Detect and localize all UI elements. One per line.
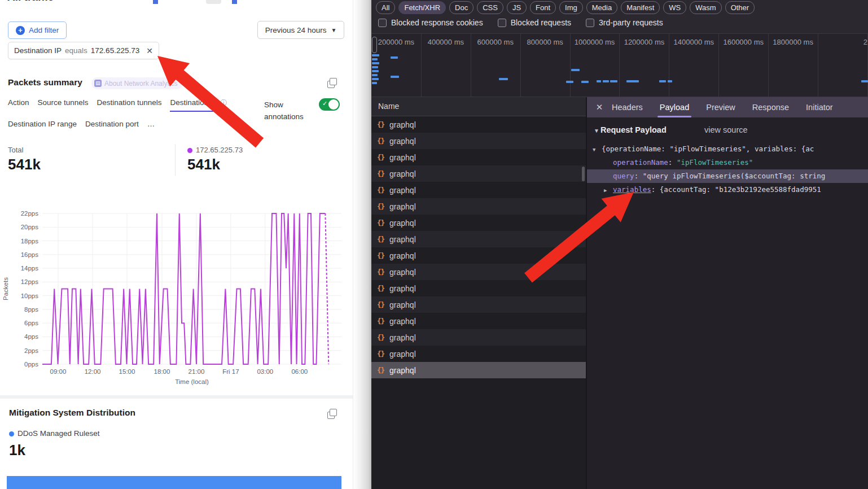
network-request-row[interactable]: {}graphql <box>371 116 586 133</box>
timeline-column: 1600000 ms <box>718 34 769 97</box>
network-request-row[interactable]: {}graphql <box>371 231 586 247</box>
request-marker <box>372 66 378 68</box>
checkbox-icon[interactable] <box>498 19 506 27</box>
payload-segment: : <box>634 172 643 180</box>
chevron-down-icon: ▼ <box>331 27 336 33</box>
caret-right-icon[interactable]: ▶ <box>604 184 613 197</box>
payload-line[interactable]: query: "query ipFlowTimeseries($accountT… <box>587 169 868 183</box>
network-overview-timeline[interactable]: 2 200000 ms400000 ms600000 ms800000 ms10… <box>371 33 868 97</box>
copy-mitigation-icon[interactable] <box>327 412 335 419</box>
network-request-row[interactable]: {}graphql <box>371 346 586 362</box>
filter-pill-font[interactable]: Font <box>530 1 556 14</box>
json-icon: {} <box>377 300 384 309</box>
checkbox-icon[interactable] <box>378 19 387 27</box>
json-icon: {} <box>377 169 384 178</box>
svg-text:06:00: 06:00 <box>291 368 308 375</box>
close-detail-icon[interactable]: ✕ <box>587 102 612 112</box>
svg-text:18:00: 18:00 <box>154 368 170 375</box>
filter-pill-wasm[interactable]: Wasm <box>690 1 721 14</box>
network-request-row[interactable]: {}graphql <box>371 133 586 149</box>
mitigation-legend-label: DDoS Managed Ruleset <box>17 429 100 438</box>
svg-text:6pps: 6pps <box>24 320 38 326</box>
network-request-row[interactable]: {}graphql <box>371 296 586 313</box>
payload-line[interactable]: operationName: "ipFlowTimeseries" <box>587 156 868 169</box>
network-request-row[interactable]: {}graphql <box>371 215 586 231</box>
tab-destination-tunnels[interactable]: Destination tunnels <box>97 98 162 112</box>
checkbox-blocked-requests[interactable]: Blocked requests <box>498 18 571 27</box>
timeline-tick-label: 200000 ms <box>371 38 421 46</box>
tab-destination-ip[interactable]: Destination IPⓘ <box>170 98 227 112</box>
json-icon: {} <box>377 153 384 161</box>
network-request-row[interactable]: {}graphql <box>371 247 586 264</box>
json-icon: {} <box>377 268 384 276</box>
timeline-column: 1000000 ms <box>570 34 620 97</box>
checkbox--rd-party-requests[interactable]: 3rd-party requests <box>586 18 663 27</box>
checkbox-icon[interactable] <box>586 19 594 27</box>
filter-pill-fetch-xhr[interactable]: Fetch/XHR <box>398 1 446 14</box>
network-request-row[interactable]: {}graphql <box>371 264 586 280</box>
network-request-row[interactable]: {}graphql <box>371 198 586 215</box>
network-request-row[interactable]: {}graphql <box>371 165 586 182</box>
filter-field: Destination IP <box>14 46 62 55</box>
history-icon[interactable]: ◷ <box>188 76 195 85</box>
svg-text:8pps: 8pps <box>24 306 38 313</box>
tab-action[interactable]: Action <box>8 98 29 112</box>
about-network-analytics-badge[interactable]: ▤ About Network Analytics <box>91 77 183 89</box>
filter-pill-all[interactable]: All <box>376 1 395 14</box>
filter-pill-other[interactable]: Other <box>725 1 755 14</box>
clipped-caret-icon <box>153 0 158 4</box>
svg-text:Packets: Packets <box>2 277 9 300</box>
remove-filter-icon[interactable]: ✕ <box>146 46 153 55</box>
section-divider <box>0 395 353 399</box>
request-marker <box>610 80 617 82</box>
svg-text:4pps: 4pps <box>24 333 38 340</box>
request-payload-title: Request Payload <box>600 125 667 134</box>
time-range-dropdown[interactable]: Previous 24 hours ▼ <box>257 21 344 39</box>
timeline-column <box>818 34 868 97</box>
requests-scrollbar-thumb[interactable] <box>582 167 585 181</box>
add-filter-button[interactable]: + Add filter <box>8 21 67 39</box>
filter-pill-media[interactable]: Media <box>586 1 617 14</box>
network-request-row[interactable]: {}graphql <box>371 149 586 165</box>
view-source-link[interactable]: view source <box>704 125 748 134</box>
tab--[interactable]: … <box>147 120 155 131</box>
copy-panel-icon[interactable] <box>327 81 335 88</box>
detail-tab-preview[interactable]: Preview <box>706 97 735 117</box>
filter-pill-doc[interactable]: Doc <box>449 1 474 14</box>
request-marker <box>571 69 580 71</box>
network-request-row[interactable]: {}graphql <box>371 362 586 378</box>
detail-tab-headers[interactable]: Headers <box>612 97 643 117</box>
caret-down-icon[interactable]: ▼ <box>594 128 599 134</box>
network-request-row[interactable]: {}graphql <box>371 329 586 346</box>
detail-tab-payload[interactable]: Payload <box>660 97 689 117</box>
network-request-row[interactable]: {}graphql <box>371 182 586 198</box>
request-name: graphql <box>389 350 416 359</box>
payload-segment: query <box>613 172 634 180</box>
show-annotations-toggle[interactable]: ✓ <box>319 98 340 111</box>
network-request-row[interactable]: {}graphql <box>371 313 586 329</box>
filter-pill-img[interactable]: Img <box>559 1 583 14</box>
payload-line[interactable]: ▶variables: {accountTag: "b12e3b2192ee55… <box>587 183 868 197</box>
tab-destination-ip-range[interactable]: Destination IP range <box>8 120 77 131</box>
detail-tab-response[interactable]: Response <box>752 97 789 117</box>
name-column-header[interactable]: Name <box>371 97 586 116</box>
devtools-split-panes: Name {}graphql{}graphql{}graphql{}graphq… <box>371 97 868 489</box>
svg-text:16pps: 16pps <box>21 251 39 258</box>
filter-pill-js[interactable]: JS <box>507 1 527 14</box>
payload-line[interactable]: ▼{operationName: "ipFlowTimeseries", var… <box>587 142 868 156</box>
checkbox-blocked-response-cookies[interactable]: Blocked response cookies <box>378 18 483 27</box>
network-request-row[interactable]: {}graphql <box>371 280 586 296</box>
devtools-panel: AllFetch/XHRDocCSSJSFontImgMediaManifest… <box>371 0 868 489</box>
tab-source-tunnels[interactable]: Source tunnels <box>38 98 89 112</box>
filter-pill-css[interactable]: CSS <box>477 1 503 14</box>
timeline-tick-label: 1400000 ms <box>669 38 718 46</box>
request-marker <box>603 80 609 82</box>
filter-pill-ws[interactable]: WS <box>663 1 686 14</box>
detail-tab-initiator[interactable]: Initiator <box>806 97 833 117</box>
request-name: graphql <box>389 268 416 277</box>
filter-pill-manifest[interactable]: Manifest <box>621 1 660 14</box>
caret-down-icon[interactable]: ▼ <box>593 143 602 156</box>
tab-destination-port[interactable]: Destination port <box>85 120 139 131</box>
filter-chip[interactable]: Destination IP equals 172.65.225.73 ✕ <box>8 42 159 59</box>
svg-text:03:00: 03:00 <box>257 368 273 375</box>
